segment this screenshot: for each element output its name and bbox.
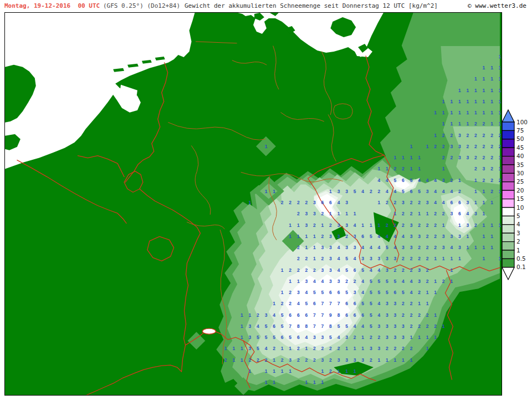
snow-value: 4 <box>434 178 437 183</box>
snow-value: 3 <box>474 211 477 216</box>
snow-value: 3 <box>442 234 445 239</box>
snow-value: 3 <box>354 245 356 250</box>
snow-value: 4 <box>361 279 364 284</box>
snow-value: 1 <box>483 65 485 70</box>
snow-value: 8 <box>337 312 340 318</box>
snow-value: 1 <box>483 234 485 239</box>
snow-value: 4 <box>361 290 364 295</box>
snow-value: 1 <box>499 65 502 70</box>
snow-value: 4 <box>386 178 388 183</box>
legend-box <box>502 242 514 250</box>
snow-value: 2 <box>297 211 300 216</box>
snow-value: 3 <box>402 323 405 329</box>
snow-value: 6 <box>297 312 300 318</box>
snow-value: 5 <box>394 279 397 284</box>
snow-value: 4 <box>361 189 364 194</box>
snow-value: 2 <box>345 279 348 284</box>
snow-value: 3 <box>410 245 413 250</box>
snow-value: 1 <box>490 121 493 126</box>
snow-value: 2 <box>442 155 445 160</box>
snow-value: 2 <box>434 323 437 329</box>
snow-value: 5 <box>386 279 388 284</box>
snow-value: 1 <box>483 189 485 194</box>
snow-value: 1 <box>426 290 429 295</box>
snow-value: 1 <box>467 88 469 93</box>
snow-value: 3 <box>386 323 388 329</box>
snow-value: 3 <box>249 323 252 329</box>
snow-value: 1 <box>377 357 380 363</box>
snow-value: 1 <box>329 189 332 194</box>
snow-value: 1 <box>313 234 316 239</box>
snow-value: 8 <box>329 323 332 329</box>
snow-value: 1 <box>361 346 364 351</box>
legend-label: 1 <box>516 247 520 254</box>
snow-value: 1 <box>490 234 493 239</box>
snow-value: 3 <box>426 200 429 205</box>
snow-value: 3 <box>289 357 291 363</box>
snow-value: 2 <box>289 200 291 205</box>
snow-value: 3 <box>297 290 300 295</box>
snow-value: 4 <box>394 245 397 250</box>
legend-box <box>502 130 514 139</box>
snow-value: 3 <box>305 222 308 228</box>
snow-value: 2 <box>313 346 316 351</box>
snow-value: 1 <box>265 379 268 385</box>
legend-label: 20 <box>516 187 524 194</box>
snow-value: 1 <box>241 346 243 351</box>
snow-value: 1 <box>434 133 437 138</box>
header-bar: Montag, 19-12-2016 00 UTC (GFS 0.25°) (D… <box>0 0 532 12</box>
snow-value: 2 <box>329 368 332 374</box>
snow-value: 2 <box>483 133 485 138</box>
legend-box <box>502 199 514 207</box>
snow-value: 1 <box>313 256 316 261</box>
snow-value: 1 <box>458 222 461 228</box>
snow-value: 3 <box>386 267 388 273</box>
snow-value: 2 <box>394 166 397 171</box>
snow-value: 2 <box>394 346 397 351</box>
snow-value: 1 <box>418 301 421 306</box>
snow-value: 5 <box>361 267 364 273</box>
snow-value: 1 <box>434 312 437 318</box>
snow-value: 2 <box>297 267 300 273</box>
snow-value: 2 <box>442 211 445 216</box>
snow-value: 1 <box>354 368 356 374</box>
snow-value: 1 <box>450 267 453 273</box>
snow-value: 2 <box>418 200 421 205</box>
snow-value: 1 <box>490 200 493 205</box>
weather-map-page: Montag, 19-12-2016 00 UTC (GFS 0.25°) (D… <box>0 0 532 400</box>
snow-value: 1 <box>402 357 405 363</box>
snow-value: 1 <box>499 54 502 59</box>
snow-value: 5 <box>305 301 308 306</box>
snow-value: 6 <box>281 335 284 340</box>
snow-value: 2 <box>410 323 413 329</box>
snow-value: 1 <box>434 279 437 284</box>
snow-value: 3 <box>402 335 405 340</box>
snow-value: 1 <box>442 323 445 329</box>
snow-value: 1 <box>442 121 445 126</box>
snow-value: 4 <box>337 256 340 261</box>
snow-value: 6 <box>361 312 364 318</box>
snow-value: 5 <box>370 301 372 306</box>
snow-value: 1 <box>442 256 445 261</box>
snow-value: 1 <box>394 211 397 216</box>
snow-value: 3 <box>418 267 421 273</box>
snow-value: 2 <box>281 200 284 205</box>
snow-value: 5 <box>402 290 405 295</box>
snow-value: 1 <box>467 99 469 104</box>
snow-value: 2 <box>305 267 308 273</box>
snow-value: 1 <box>490 76 493 82</box>
legend-label: 40 <box>516 153 524 159</box>
snow-value: 2 <box>329 222 332 228</box>
snow-value: 2 <box>450 178 453 183</box>
snow-value: 2 <box>402 267 405 273</box>
snow-value: 2 <box>490 189 493 194</box>
snow-value: 1 <box>329 211 332 216</box>
legend-label: 2 <box>516 238 520 245</box>
snow-value: 1 <box>474 76 477 82</box>
snow-value: 1 <box>241 335 243 340</box>
snow-value: 1 <box>345 346 348 351</box>
snow-value: 1 <box>442 110 445 115</box>
snow-value: 1 <box>410 155 413 160</box>
snow-value: 4 <box>361 323 364 329</box>
snow-value: 3 <box>354 357 356 363</box>
